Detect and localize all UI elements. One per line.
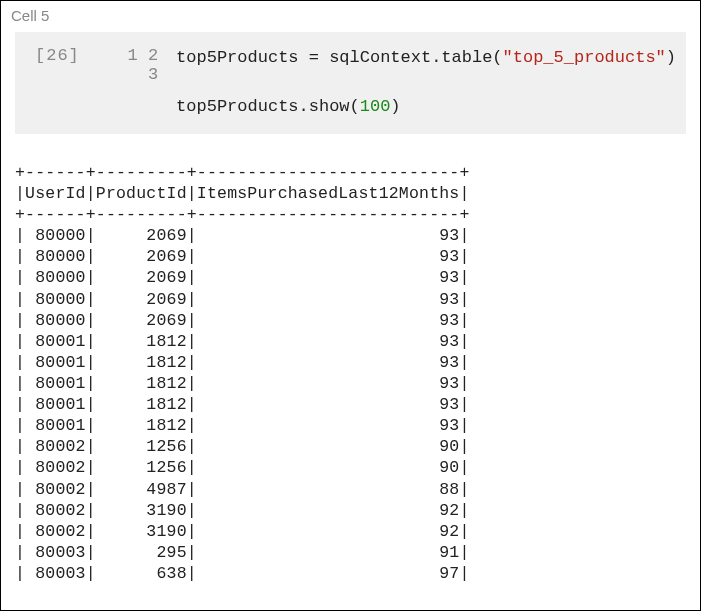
code-text[interactable]: top5Products = sqlContext.table("top_5_p… bbox=[176, 46, 676, 120]
code-area[interactable]: 1 2 3 top5Products = sqlContext.table("t… bbox=[110, 46, 676, 120]
line-gutter: 1 2 3 bbox=[110, 46, 158, 120]
execution-count: [26] bbox=[35, 46, 80, 120]
cell-output: +------+---------+----------------------… bbox=[1, 134, 700, 584]
cell-header: Cell 5 bbox=[1, 1, 700, 30]
code-cell[interactable]: [26] 1 2 3 top5Products = sqlContext.tab… bbox=[15, 32, 686, 134]
